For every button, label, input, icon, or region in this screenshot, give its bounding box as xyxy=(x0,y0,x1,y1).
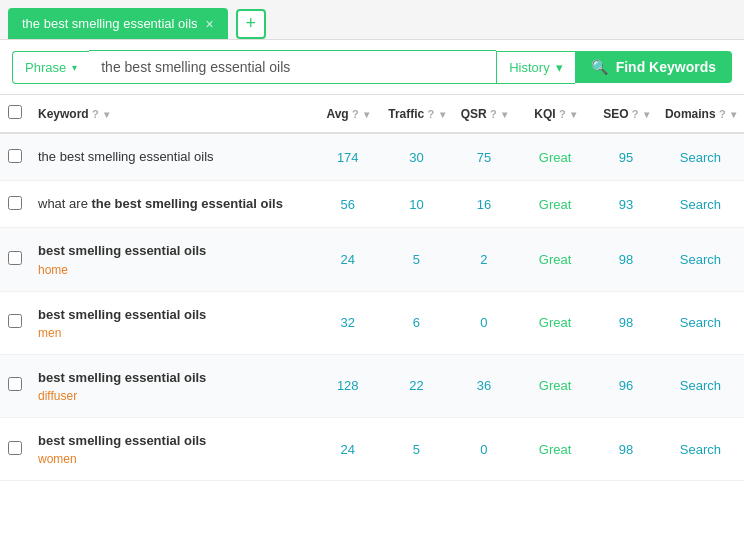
kqi-cell: Great xyxy=(515,133,595,181)
avg-cell: 24 xyxy=(315,417,380,480)
tab-label: the best smelling essential oils xyxy=(22,16,198,31)
qsr-cell: 2 xyxy=(453,228,515,291)
domains-sort-icon[interactable]: ▾ xyxy=(731,109,736,120)
kqi-badge: Great xyxy=(539,197,572,212)
kqi-badge: Great xyxy=(539,442,572,457)
find-keywords-button[interactable]: 🔍 Find Keywords xyxy=(575,51,732,83)
kqi-cell: Great xyxy=(515,181,595,228)
row-checkbox-cell xyxy=(0,417,30,480)
keyword-main-text: best smelling essential oils xyxy=(38,432,307,450)
table-row: what are the best smelling essential oil… xyxy=(0,181,744,228)
seo-sort-icon[interactable]: ▾ xyxy=(644,109,649,120)
domains-column-header: Domains ? ▾ xyxy=(657,95,744,133)
seo-cell: 93 xyxy=(595,181,657,228)
kqi-badge: Great xyxy=(539,252,572,267)
history-chevron-icon: ▾ xyxy=(556,60,563,75)
seo-help-icon[interactable]: ? xyxy=(632,108,639,120)
kqi-help-icon[interactable]: ? xyxy=(559,108,566,120)
keyword-main-text: best smelling essential oils xyxy=(38,306,307,324)
keyword-column-header: Keyword ? ▾ xyxy=(30,95,315,133)
search-bar: Phrase ▾ History ▾ 🔍 Find Keywords xyxy=(0,40,744,95)
keyword-help-icon[interactable]: ? xyxy=(92,108,99,120)
keyword-cell: best smelling essential oilsdiffuser xyxy=(30,354,315,417)
domains-cell: Search xyxy=(657,181,744,228)
keyword-main-text: best smelling essential oils xyxy=(38,369,307,387)
find-keywords-label: Find Keywords xyxy=(616,59,716,75)
search-link[interactable]: Search xyxy=(680,150,721,165)
domains-cell: Search xyxy=(657,354,744,417)
select-all-checkbox[interactable] xyxy=(8,105,22,119)
keyword-sub-text: women xyxy=(38,452,307,466)
add-tab-button[interactable]: + xyxy=(236,9,266,39)
search-link[interactable]: Search xyxy=(680,252,721,267)
keyword-sub-text: diffuser xyxy=(38,389,307,403)
traffic-cell: 6 xyxy=(380,291,452,354)
search-link[interactable]: Search xyxy=(680,197,721,212)
row-checkbox[interactable] xyxy=(8,251,22,265)
keyword-cell: what are the best smelling essential oil… xyxy=(30,181,315,228)
qsr-cell: 0 xyxy=(453,417,515,480)
keywords-table-container: Keyword ? ▾ Avg ? ▾ Traffic ? ▾ QSR ? xyxy=(0,95,744,481)
kqi-cell: Great xyxy=(515,417,595,480)
row-checkbox[interactable] xyxy=(8,441,22,455)
select-all-header[interactable] xyxy=(0,95,30,133)
avg-cell: 128 xyxy=(315,354,380,417)
domains-cell: Search xyxy=(657,228,744,291)
search-link[interactable]: Search xyxy=(680,378,721,393)
history-dropdown[interactable]: History ▾ xyxy=(496,51,574,84)
qsr-cell: 36 xyxy=(453,354,515,417)
traffic-help-icon[interactable]: ? xyxy=(428,108,435,120)
keyword-cell: the best smelling essential oils xyxy=(30,133,315,181)
keyword-sub-text: home xyxy=(38,263,307,277)
avg-sort-icon[interactable]: ▾ xyxy=(364,109,369,120)
qsr-column-header: QSR ? ▾ xyxy=(453,95,515,133)
keyword-main-text: best smelling essential oils xyxy=(38,242,307,260)
qsr-help-icon[interactable]: ? xyxy=(490,108,497,120)
qsr-cell: 16 xyxy=(453,181,515,228)
phrase-chevron-icon: ▾ xyxy=(72,62,77,73)
avg-cell: 56 xyxy=(315,181,380,228)
qsr-cell: 75 xyxy=(453,133,515,181)
table-header-row: Keyword ? ▾ Avg ? ▾ Traffic ? ▾ QSR ? xyxy=(0,95,744,133)
avg-help-icon[interactable]: ? xyxy=(352,108,359,120)
seo-cell: 98 xyxy=(595,291,657,354)
table-row: best smelling essential oilsmen3260Great… xyxy=(0,291,744,354)
row-checkbox-cell xyxy=(0,354,30,417)
keyword-cell: best smelling essential oilshome xyxy=(30,228,315,291)
domains-cell: Search xyxy=(657,417,744,480)
row-checkbox[interactable] xyxy=(8,314,22,328)
table-row: best smelling essential oilsdiffuser1282… xyxy=(0,354,744,417)
avg-cell: 174 xyxy=(315,133,380,181)
domains-help-icon[interactable]: ? xyxy=(719,108,726,120)
kqi-column-header: KQI ? ▾ xyxy=(515,95,595,133)
keyword-sub-text: men xyxy=(38,326,307,340)
keyword-sort-icon[interactable]: ▾ xyxy=(104,109,109,120)
history-label: History xyxy=(509,60,549,75)
row-checkbox[interactable] xyxy=(8,149,22,163)
qsr-sort-icon[interactable]: ▾ xyxy=(502,109,507,120)
traffic-column-header: Traffic ? ▾ xyxy=(380,95,452,133)
phrase-dropdown[interactable]: Phrase ▾ xyxy=(12,51,89,84)
kqi-sort-icon[interactable]: ▾ xyxy=(571,109,576,120)
row-checkbox[interactable] xyxy=(8,377,22,391)
kqi-badge: Great xyxy=(539,378,572,393)
qsr-cell: 0 xyxy=(453,291,515,354)
traffic-cell: 30 xyxy=(380,133,452,181)
tab-bar: the best smelling essential oils × + xyxy=(0,0,744,40)
traffic-sort-icon[interactable]: ▾ xyxy=(440,109,445,120)
kqi-badge: Great xyxy=(539,150,572,165)
row-checkbox-cell xyxy=(0,291,30,354)
seo-cell: 98 xyxy=(595,417,657,480)
seo-cell: 96 xyxy=(595,354,657,417)
search-icon: 🔍 xyxy=(591,59,608,75)
active-tab[interactable]: the best smelling essential oils × xyxy=(8,8,228,39)
tab-close-button[interactable]: × xyxy=(206,17,214,31)
domains-cell: Search xyxy=(657,133,744,181)
table-row: best smelling essential oilswomen2450Gre… xyxy=(0,417,744,480)
traffic-cell: 5 xyxy=(380,417,452,480)
row-checkbox[interactable] xyxy=(8,196,22,210)
search-link[interactable]: Search xyxy=(680,315,721,330)
seo-cell: 95 xyxy=(595,133,657,181)
search-link[interactable]: Search xyxy=(680,442,721,457)
keyword-search-input[interactable] xyxy=(89,50,496,84)
